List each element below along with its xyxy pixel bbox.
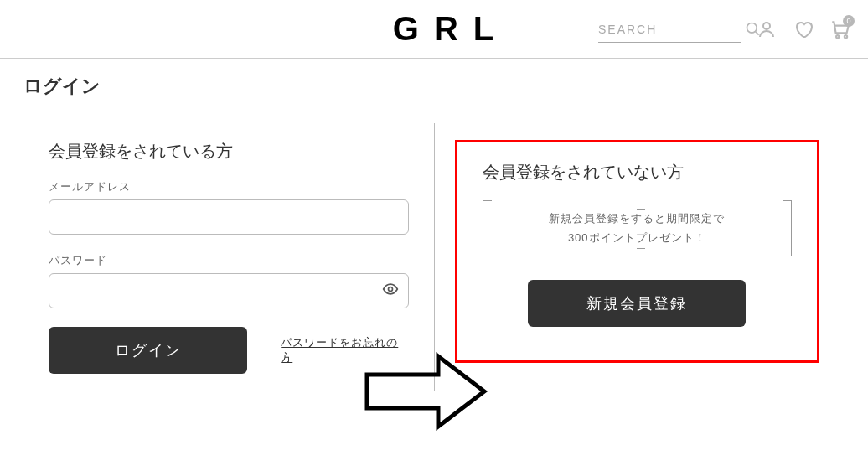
email-label: メールアドレス — [49, 179, 409, 194]
svg-point-4 — [845, 35, 847, 38]
forgot-password-link[interactable]: パスワードをお忘れの方 — [281, 335, 408, 365]
search-input[interactable] — [598, 23, 745, 36]
promo-box: 新規会員登録をすると期間限定で 300ポイントプレゼント！ — [483, 200, 793, 256]
page-title: ログイン — [23, 67, 845, 106]
cart-count-badge: 0 — [843, 15, 855, 27]
header: GRL 0 — [0, 0, 868, 59]
svg-point-3 — [836, 35, 839, 38]
email-field-wrap: メールアドレス — [49, 179, 409, 235]
register-button[interactable]: 新規会員登録 — [528, 280, 746, 327]
password-label: パスワード — [49, 253, 409, 268]
register-highlight-box: 会員登録をされていない方 新規会員登録をすると期間限定で 300ポイントプレゼン… — [455, 140, 820, 363]
login-panel-title: 会員登録をされている方 — [49, 140, 409, 163]
password-input[interactable] — [49, 273, 409, 308]
promo-line-2: 300ポイントプレゼント！ — [500, 228, 775, 247]
user-icon[interactable] — [756, 18, 778, 40]
search-box[interactable] — [598, 17, 741, 43]
heart-icon[interactable] — [793, 18, 814, 40]
register-panel: 会員登録をされていない方 新規会員登録をすると期間限定で 300ポイントプレゼン… — [435, 123, 845, 391]
login-button[interactable]: ログイン — [49, 327, 247, 374]
eye-icon[interactable] — [382, 281, 399, 301]
register-panel-title: 会員登録をされていない方 — [483, 161, 793, 184]
login-panel: 会員登録をされている方 メールアドレス パスワード ログイン — [23, 123, 434, 391]
promo-line-1: 新規会員登録をすると期間限定で — [500, 209, 775, 228]
cart-icon[interactable]: 0 — [829, 18, 851, 40]
main-container: ログイン 会員登録をされている方 メールアドレス パスワード — [15, 59, 853, 399]
svg-point-5 — [388, 287, 392, 292]
email-input[interactable] — [49, 199, 409, 235]
logo[interactable]: GRL — [393, 10, 509, 48]
header-right: 0 — [598, 0, 851, 59]
login-actions: ログイン パスワードをお忘れの方 — [49, 327, 409, 374]
password-field-wrap: パスワード — [49, 253, 409, 308]
svg-point-2 — [763, 23, 770, 29]
content: 会員登録をされている方 メールアドレス パスワード ログイン — [23, 123, 845, 391]
